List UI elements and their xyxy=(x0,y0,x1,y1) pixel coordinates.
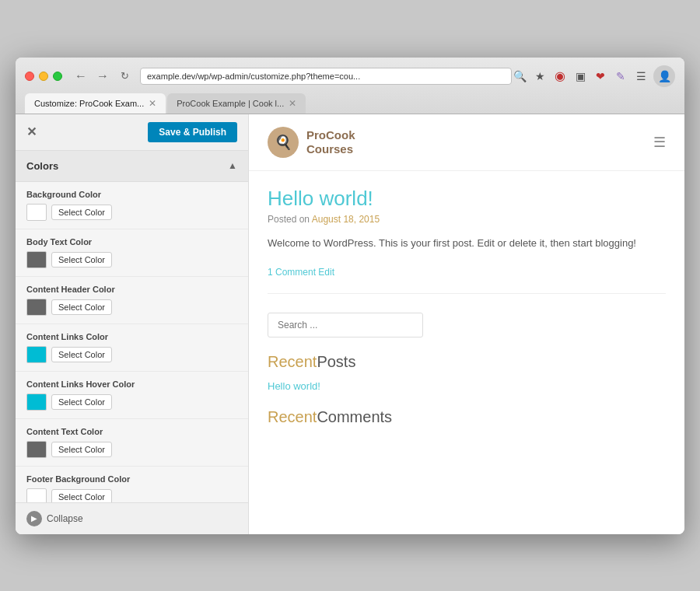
logo-icon: 🍳 xyxy=(268,127,299,158)
color-swatch xyxy=(26,441,47,458)
colors-section-title: Colors xyxy=(26,160,58,172)
color-option: Content Header Color Select Color xyxy=(16,277,248,324)
camera-icon[interactable]: ◉ xyxy=(552,68,568,84)
hamburger-menu-icon[interactable]: ☰ xyxy=(653,134,666,151)
color-option-label: Footer Background Color xyxy=(26,474,237,484)
tab2-label: ProCook Example | Cook l... xyxy=(177,99,284,108)
tab-procook[interactable]: ProCook Example | Cook l... ✕ xyxy=(167,93,306,114)
search-input[interactable] xyxy=(268,313,423,337)
chef-hat-icon: 🍳 xyxy=(275,134,292,151)
color-option: Content Links Color Select Color xyxy=(16,324,248,372)
post-title: Hello world! xyxy=(268,187,666,211)
select-color-text[interactable]: Select Color xyxy=(51,394,112,410)
color-option: Content Text Color Select Color xyxy=(16,419,248,467)
heart-icon[interactable]: ❤ xyxy=(593,68,608,84)
menu-icon[interactable]: ☰ xyxy=(633,68,649,84)
minimize-traffic-light[interactable] xyxy=(39,72,48,81)
browser-titlebar: ← → ↻ example.dev/wp/wp-admin/customize.… xyxy=(16,58,684,114)
section-collapse-arrow[interactable]: ▲ xyxy=(228,160,237,171)
preview-main: Hello world! Posted on August 18, 2015 W… xyxy=(249,171,684,450)
color-select-button[interactable]: Select Color xyxy=(26,251,237,268)
close-traffic-light[interactable] xyxy=(25,72,34,81)
select-color-text[interactable]: Select Color xyxy=(51,205,112,220)
refresh-button[interactable]: ↻ xyxy=(115,67,134,86)
post-date[interactable]: August 18, 2015 xyxy=(312,214,380,225)
color-select-button[interactable]: Select Color xyxy=(26,299,237,316)
collapse-label: Collapse xyxy=(47,513,83,524)
fullscreen-traffic-light[interactable] xyxy=(53,72,62,81)
browser-content: ✕ Save & Publish Colors ▲ Background Col… xyxy=(16,114,684,534)
recent-posts-list: Hello world! xyxy=(268,379,666,393)
browser-controls: ← → ↻ example.dev/wp/wp-admin/customize.… xyxy=(25,65,675,87)
select-color-text[interactable]: Select Color xyxy=(51,442,112,457)
site-name: ProCook Courses xyxy=(306,128,355,156)
site-name-line2: Courses xyxy=(306,142,355,156)
tab2-close[interactable]: ✕ xyxy=(289,98,296,109)
site-header: 🍳 ProCook Courses ☰ xyxy=(249,114,684,171)
color-option: Footer Background Color Select Color xyxy=(16,467,248,502)
tab1-close[interactable]: ✕ xyxy=(149,98,156,109)
star-icon[interactable]: ★ xyxy=(532,68,548,84)
color-options-list: Background Color Select Color Body Text … xyxy=(16,182,248,502)
address-text: example.dev/wp/wp-admin/customize.php?th… xyxy=(147,72,360,81)
select-color-text[interactable]: Select Color xyxy=(51,489,112,502)
color-swatch xyxy=(26,393,47,411)
recent-posts-label1: Recent xyxy=(268,353,317,370)
recent-comments-widget-title: RecentComments xyxy=(268,408,666,426)
color-option: Content Links Hover Color Select Color xyxy=(16,372,248,419)
address-bar[interactable]: example.dev/wp/wp-admin/customize.php?th… xyxy=(140,68,512,85)
recent-comments-label1: Recent xyxy=(268,408,317,425)
color-option: Body Text Color Select Color xyxy=(16,229,248,277)
color-option-label: Content Links Hover Color xyxy=(26,379,237,389)
site-name-line1: ProCook xyxy=(306,128,355,142)
toolbar-icons: 🔍 ★ ◉ ▣ ❤ ✎ ☰ 👤 xyxy=(512,65,675,87)
color-option-label: Content Text Color xyxy=(26,427,237,436)
window-icon[interactable]: ▣ xyxy=(572,68,588,84)
color-option-label: Body Text Color xyxy=(26,237,237,247)
color-swatch xyxy=(26,251,47,268)
customizer-close-button[interactable]: ✕ xyxy=(26,124,37,139)
color-swatch xyxy=(26,204,47,221)
tab-customize[interactable]: Customize: ProCook Exam... ✕ xyxy=(25,93,166,114)
recent-posts-widget-title: RecentPosts xyxy=(268,353,666,371)
customizer-panel: ✕ Save & Publish Colors ▲ Background Col… xyxy=(16,114,249,534)
post-meta: Posted on August 18, 2015 xyxy=(268,214,666,225)
color-option: Background Color Select Color xyxy=(16,182,248,229)
collapse-button[interactable]: ▶ Collapse xyxy=(26,511,83,526)
browser-window: ← → ↻ example.dev/wp/wp-admin/customize.… xyxy=(16,58,684,534)
select-color-text[interactable]: Select Color xyxy=(51,347,112,362)
color-select-button[interactable]: Select Color xyxy=(26,441,237,458)
back-button[interactable]: ← xyxy=(72,67,90,86)
recent-post-link[interactable]: Hello world! xyxy=(268,380,320,392)
post-content: Welcome to WordPress. This is your first… xyxy=(268,236,666,252)
list-item: Hello world! xyxy=(268,379,666,393)
forward-button[interactable]: → xyxy=(93,67,112,86)
tab1-label: Customize: ProCook Exam... xyxy=(34,99,144,108)
color-swatch xyxy=(26,346,47,363)
preview-panel: 🍳 ProCook Courses ☰ Hello world! Posted … xyxy=(249,114,684,534)
search-icon[interactable]: 🔍 xyxy=(512,68,527,84)
collapse-circle-icon: ▶ xyxy=(26,511,42,526)
colors-section-header[interactable]: Colors ▲ xyxy=(16,151,248,182)
color-option-label: Background Color xyxy=(26,190,237,199)
color-option-label: Content Links Color xyxy=(26,332,237,341)
color-select-button[interactable]: Select Color xyxy=(26,488,237,502)
site-logo: 🍳 ProCook Courses xyxy=(268,127,355,158)
nav-buttons: ← → ↻ xyxy=(72,67,134,86)
select-color-text[interactable]: Select Color xyxy=(51,252,112,268)
color-select-button[interactable]: Select Color xyxy=(26,346,237,363)
customizer-footer: ▶ Collapse xyxy=(16,502,248,534)
color-swatch xyxy=(26,488,47,502)
color-option-label: Content Header Color xyxy=(26,285,237,294)
color-swatch xyxy=(26,299,47,316)
post-meta-prefix: Posted on xyxy=(268,214,310,225)
select-color-text[interactable]: Select Color xyxy=(51,299,112,315)
pencil-icon[interactable]: ✎ xyxy=(613,68,628,84)
save-publish-button[interactable]: Save & Publish xyxy=(148,122,237,142)
post-links-text[interactable]: 1 Comment Edit xyxy=(268,267,334,278)
customizer-header: ✕ Save & Publish xyxy=(16,114,248,151)
color-select-button[interactable]: Select Color xyxy=(26,393,237,411)
user-avatar[interactable]: 👤 xyxy=(653,65,675,87)
traffic-lights xyxy=(25,72,62,81)
color-select-button[interactable]: Select Color xyxy=(26,204,237,221)
